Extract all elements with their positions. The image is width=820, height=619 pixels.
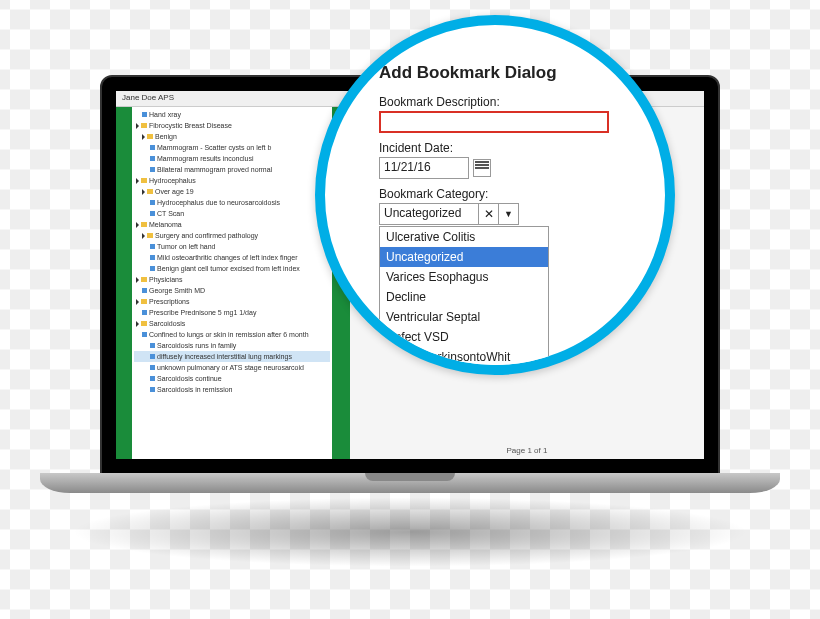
tree-item[interactable]: Surgery and confirmed pathology [134,230,330,241]
tree-item[interactable]: Prescribe Prednisone 5 mg1 1/day [134,307,330,318]
tree-item[interactable]: Sarcoidosis in remission [134,384,330,395]
dropdown-option[interactable]: Uncategorized [380,247,548,267]
incident-date-label: Incident Date: [379,141,649,155]
dropdown-option[interactable]: Ulcerative Colitis [380,227,548,247]
calendar-icon[interactable] [473,159,491,177]
tree-item[interactable]: Hydrocephalus due to neurosarcoidosis [134,197,330,208]
tree-item[interactable]: Sarcoidosis continue [134,373,330,384]
tree-item[interactable]: Benign [134,131,330,142]
clear-icon[interactable]: ✕ [478,204,498,224]
tree-item[interactable]: CT Scan [134,208,330,219]
tree-item[interactable]: Sarcoidosis runs in family [134,340,330,351]
laptop-shadow [70,497,750,567]
magnifier-overlay: Add Bookmark Dialog ⤢ Bookmark Descripti… [315,15,675,375]
dropdown-option[interactable]: Decline [380,287,548,307]
tree-item[interactable]: Sarcoidosis [134,318,330,329]
tree-item[interactable]: Mammogram - Scatter cysts on left b [134,142,330,153]
tree-item[interactable]: Fibrocystic Breast Disease [134,120,330,131]
page-indicator: Page 1 of 1 [350,446,704,455]
tree-item[interactable]: unknown pulmonary or ATS stage neurosarc… [134,362,330,373]
laptop-base [40,473,780,493]
tree-item[interactable]: Bilateral mammogram proved normal [134,164,330,175]
tree-item[interactable]: Confined to lungs or skin in remission a… [134,329,330,340]
dropdown-option[interactable]: Varices Esophagus [380,267,548,287]
category-label: Bookmark Category: [379,187,649,201]
dialog-title: Add Bookmark Dialog [379,63,649,83]
tree-item[interactable]: Hydrocephalus [134,175,330,186]
dropdown-option[interactable]: Ventricular Septal [380,307,548,327]
category-value: Uncategorized [380,204,478,224]
description-label: Bookmark Description: [379,95,649,109]
document-tree[interactable]: Hand xrayFibrocystic Breast DiseaseBenig… [132,107,332,459]
tree-item[interactable]: Hand xray [134,109,330,120]
chevron-down-icon[interactable]: ▼ [498,204,518,224]
tree-item[interactable]: Mammogram results inconclusi [134,153,330,164]
tree-item[interactable]: Tumor on left hand [134,241,330,252]
dropdown-option[interactable]: Defect VSD [380,327,548,347]
incident-date-input[interactable]: 11/21/16 [379,157,469,179]
tree-item[interactable]: Melanoma [134,219,330,230]
description-input[interactable] [379,111,609,133]
tree-item[interactable]: Over age 19 [134,186,330,197]
left-rail [116,107,132,459]
tree-item[interactable]: Physicians [134,274,330,285]
tree-item[interactable]: George Smith MD [134,285,330,296]
category-select[interactable]: Uncategorized ✕ ▼ [379,203,519,225]
tree-item[interactable]: Benign giant cell tumor excised from lef… [134,263,330,274]
tree-item[interactable]: Mild osteoarthritic changes of left inde… [134,252,330,263]
tree-item[interactable]: Prescriptions [134,296,330,307]
tree-item[interactable]: diffusely increased interstitial lung ma… [134,351,330,362]
category-dropdown[interactable]: Ulcerative ColitisUncategorizedVarices E… [379,226,549,368]
